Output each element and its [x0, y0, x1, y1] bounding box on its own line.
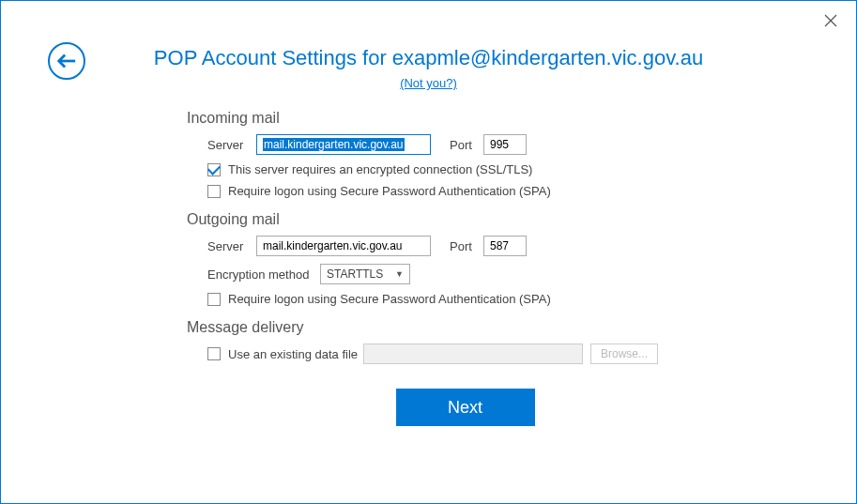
- encryption-method-dropdown[interactable]: STARTTLS ▼: [320, 264, 410, 284]
- outgoing-server-label: Server: [207, 239, 256, 253]
- use-existing-file-label: Use an existing data file: [228, 347, 358, 361]
- outgoing-spa-row: Require logon using Secure Password Auth…: [207, 292, 743, 306]
- close-button[interactable]: [824, 14, 837, 27]
- form-content: Incoming mail Server mail.kindergarten.v…: [187, 110, 743, 426]
- outgoing-port-input[interactable]: [483, 236, 527, 256]
- delivery-file-row: Use an existing data file Browse...: [207, 344, 743, 364]
- back-button[interactable]: [48, 42, 85, 80]
- incoming-port-label: Port: [450, 138, 483, 152]
- settings-window: POP Account Settings for exapmle@kinderg…: [0, 0, 857, 504]
- incoming-server-input[interactable]: [256, 134, 431, 155]
- browse-button: Browse...: [590, 344, 658, 364]
- incoming-spa-checkbox[interactable]: [207, 185, 221, 198]
- incoming-ssl-row: This server requires an encrypted connec…: [207, 162, 743, 176]
- arrow-left-icon: [56, 51, 77, 71]
- encryption-method-value: STARTTLS: [327, 267, 383, 281]
- incoming-spa-label: Require logon using Secure Password Auth…: [228, 184, 551, 198]
- incoming-spa-row: Require logon using Secure Password Auth…: [207, 184, 743, 198]
- outgoing-spa-checkbox[interactable]: [207, 293, 221, 306]
- outgoing-enc-row: Encryption method STARTTLS ▼: [207, 264, 743, 284]
- incoming-heading: Incoming mail: [187, 110, 743, 127]
- chevron-down-icon: ▼: [395, 269, 404, 279]
- incoming-ssl-label: This server requires an encrypted connec…: [228, 162, 532, 176]
- incoming-server-row: Server mail.kindergarten.vic.gov.au Port: [207, 134, 743, 155]
- use-existing-file-checkbox[interactable]: [207, 347, 221, 360]
- delivery-heading: Message delivery: [187, 319, 743, 336]
- outgoing-server-input[interactable]: [256, 236, 431, 256]
- header: POP Account Settings for exapmle@kinderg…: [1, 1, 856, 91]
- incoming-port-input[interactable]: [483, 134, 527, 155]
- incoming-server-label: Server: [207, 138, 256, 152]
- incoming-ssl-checkbox[interactable]: [207, 163, 221, 176]
- not-you-link[interactable]: (Not you?): [400, 76, 457, 90]
- page-title: POP Account Settings for exapmle@kinderg…: [1, 46, 856, 70]
- next-button[interactable]: Next: [396, 389, 535, 426]
- outgoing-heading: Outgoing mail: [187, 211, 743, 228]
- outgoing-enc-label: Encryption method: [207, 267, 320, 282]
- data-file-path-input: [363, 344, 583, 364]
- outgoing-server-row: Server Port: [207, 236, 743, 256]
- outgoing-port-label: Port: [450, 239, 483, 253]
- outgoing-spa-label: Require logon using Secure Password Auth…: [228, 292, 551, 306]
